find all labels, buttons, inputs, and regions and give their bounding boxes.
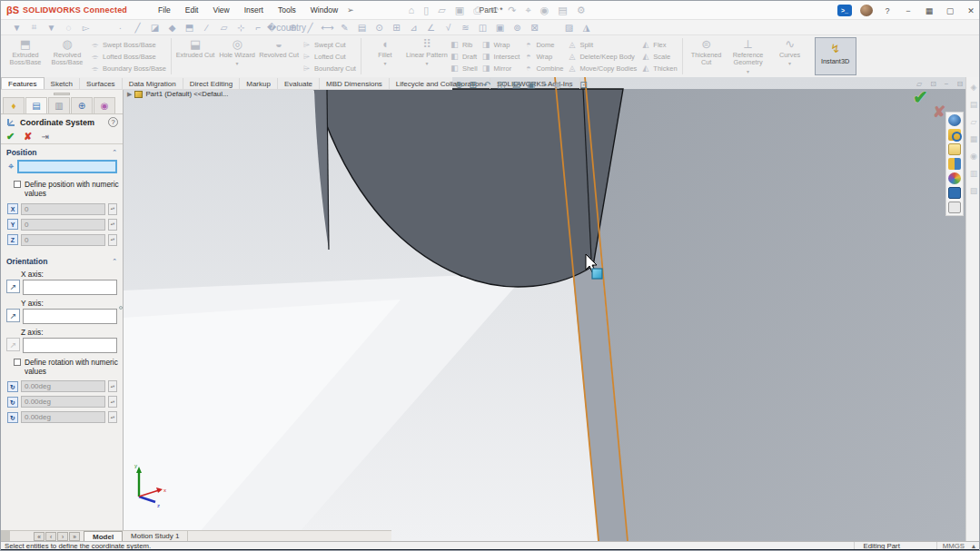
boss-base-stack-item[interactable]: ⌯ Swept Boss/Base (90, 39, 166, 50)
coordinate-input[interactable]: 0 (21, 219, 105, 231)
menu-item[interactable]: Edit (178, 3, 206, 17)
spinner-control[interactable]: ▴▾ (108, 411, 117, 423)
filter-center-marks-icon[interactable]: ⊕ (284, 23, 302, 33)
keep-visible-pin-icon[interactable]: ⇥ (41, 132, 48, 142)
feature-stack-item[interactable]: ◭ Flex (640, 39, 677, 50)
zoom-to-fit-icon[interactable]: ⊕ (455, 80, 462, 90)
filter-gtol-icon[interactable]: ⊞ (388, 23, 405, 33)
menu-item[interactable]: File (151, 3, 178, 17)
tab-bar-splitter[interactable] (1, 531, 10, 541)
previous-view-icon[interactable]: ↶ (483, 80, 490, 90)
curves-button[interactable]: ∿ Curves ▾ (769, 35, 811, 77)
axis-direction-button[interactable]: ↗ (6, 309, 20, 322)
coordinate-input[interactable]: 0 (21, 234, 105, 246)
filter-cosmetic-threads-icon[interactable]: ≋ (457, 23, 474, 33)
task-pane-resources-tab-icon[interactable]: ◈ (971, 83, 977, 92)
featuremanager-tab[interactable]: ♦ (3, 97, 25, 113)
panel-resize-handle[interactable] (118, 290, 123, 326)
axis-direction-button[interactable]: ↗ (6, 280, 20, 293)
custom-properties-icon[interactable] (948, 202, 961, 213)
rotation-input[interactable]: 0.00deg (21, 411, 105, 423)
define-position-checkbox[interactable]: Define position with numeric values (1, 177, 123, 202)
menu-item[interactable]: Tools (271, 3, 303, 17)
filter-solid-bodies-icon[interactable]: ⬒ (181, 23, 198, 33)
command-tab[interactable]: Sketch (45, 78, 80, 89)
menu-item[interactable]: View (205, 3, 236, 17)
feature-stack-item[interactable]: ◧ Shell (450, 63, 478, 74)
filter-routing-points-icon[interactable]: ⊠ (526, 23, 543, 33)
tree-expand-icon[interactable]: ▶ (127, 91, 132, 98)
feature-stack-item[interactable]: ◬ Split (567, 39, 637, 50)
menu-item[interactable]: Insert (237, 3, 271, 17)
view-palette-icon[interactable] (948, 187, 961, 199)
command-tab[interactable]: Features (1, 77, 45, 89)
boss-base-stack-item[interactable]: ⌯ Lofted Boss/Base (90, 51, 166, 62)
prev-tab-button[interactable]: ‹ (45, 532, 56, 541)
propertymanager-tab[interactable]: ▤ (25, 97, 47, 113)
home-icon[interactable]: ⌂ (409, 5, 415, 15)
command-tab[interactable]: Data Migration (123, 78, 183, 89)
cloud-services-button[interactable]: >_ (837, 5, 852, 16)
fillet-button[interactable]: ◖ Fillet ▾ (364, 35, 406, 77)
view-settings-icon[interactable]: ⊡ (579, 80, 587, 90)
position-selection-box[interactable] (17, 160, 117, 173)
command-tab[interactable]: Direct Editing (183, 78, 241, 89)
define-rotation-checkbox[interactable]: Define rotation with numeric values (1, 355, 123, 379)
filter-annotations-icon[interactable]: ✎ (336, 23, 353, 33)
filter-vertices-icon[interactable]: ∙ (112, 23, 129, 33)
display-style-icon[interactable]: ▣ (527, 80, 535, 90)
dimxpertmanager-tab[interactable]: ⊕ (71, 97, 93, 113)
orientation-section-header[interactable]: Orientation ⌃ (1, 253, 123, 268)
spinner-control[interactable]: ▴▾ (108, 380, 117, 392)
user-avatar[interactable] (860, 5, 873, 16)
filter-edges-icon[interactable]: ╱ (129, 23, 146, 33)
feature-stack-item[interactable]: ◭ Thicken (640, 63, 677, 74)
solidworks-resources-icon[interactable] (948, 114, 961, 126)
model-tab[interactable]: Model (84, 531, 123, 541)
model-right-face[interactable] (585, 89, 965, 541)
feature-stack-item[interactable]: ◨ Mirror (481, 63, 520, 74)
feature-stack-item[interactable]: ◓ Wrap (523, 51, 563, 62)
position-section-header[interactable]: Position ⌃ (1, 144, 123, 159)
axis-selection-input[interactable] (23, 280, 117, 295)
displaymanager-tab[interactable]: ◉ (94, 97, 115, 113)
file-properties-icon[interactable]: ▤ (558, 5, 567, 16)
filter-centerline-icon[interactable]: ╱ (302, 23, 319, 33)
task-pane-appearances-tab-icon[interactable]: ◉ (970, 152, 977, 161)
filter-midpoints-icon[interactable]: �country (267, 23, 284, 33)
select-dropdown-icon[interactable]: ▻ (77, 23, 94, 33)
feature-stack-item[interactable]: ◨ Wrap (481, 39, 520, 50)
cancel-button[interactable]: ✘ (24, 131, 32, 143)
graphics-viewport[interactable]: y x z (1, 77, 965, 541)
spinner-control[interactable]: ▴▾ (108, 396, 117, 408)
spinner-control[interactable]: ▴▾ (108, 203, 117, 215)
apply-scene-icon[interactable]: ◐ (568, 80, 573, 90)
confirm-ok-button[interactable]: ✔ (913, 86, 928, 108)
axis-direction-button[interactable]: ↗ (6, 338, 20, 351)
filter-sketch-segments-icon[interactable]: ⌐ (250, 23, 267, 33)
clear-all-filters-icon[interactable]: ⌗ (25, 22, 43, 33)
help-button[interactable]: ? (881, 6, 894, 15)
boss-base-stack-item[interactable]: ⌯ Boundary Boss/Base (90, 63, 166, 74)
linear-pattern-button[interactable]: ⠿ Linear Pattern ▾ (406, 35, 448, 77)
command-tab[interactable]: MBD Dimensions (320, 78, 390, 89)
revolved-boss-base-button[interactable]: ◍ Revolved Boss/Base (46, 35, 88, 77)
redo-icon[interactable]: ↷ (508, 5, 516, 16)
filter-faces-icon[interactable]: ◪ (146, 23, 163, 33)
panel-splitter-grip[interactable] (1, 90, 123, 97)
feature-stack-item[interactable]: ◓ Dome (523, 39, 563, 50)
open-icon[interactable]: ▱ (438, 5, 445, 16)
feature-stack-item[interactable]: ◭ Scale (640, 51, 677, 62)
command-tab[interactable]: Surfaces (80, 78, 123, 89)
rotation-input[interactable]: 0.00deg (21, 396, 105, 408)
cut-stack-item[interactable]: ⌲ Boundary Cut (302, 63, 356, 74)
menu-item[interactable]: Window (303, 3, 345, 17)
task-pane-explorer-tab-icon[interactable]: ▱ (971, 117, 977, 126)
filter-balloons-icon[interactable]: ⊙ (371, 23, 388, 33)
feature-stack-item[interactable]: ◬ Delete/Keep Body (567, 51, 637, 62)
select-all-filters-icon[interactable]: ▼ (43, 23, 60, 33)
next-tab-button[interactable]: › (57, 532, 68, 541)
filter-datum-targets-icon[interactable]: ◫ (474, 23, 491, 33)
close-button[interactable]: ✕ (965, 6, 977, 15)
view-orientation-icon[interactable]: ▤ (512, 80, 520, 90)
